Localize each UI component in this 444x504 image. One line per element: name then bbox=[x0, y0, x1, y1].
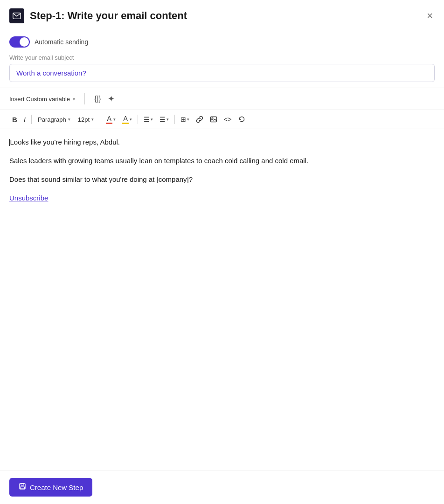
magic-wand-button[interactable]: ✦ bbox=[105, 92, 118, 106]
email-icon bbox=[9, 8, 24, 23]
chevron-down-icon: ▾ bbox=[130, 117, 132, 122]
editor-area[interactable]: Looks like you're hiring reps, Abdul. Sa… bbox=[0, 129, 444, 409]
undo-button[interactable] bbox=[235, 114, 248, 125]
page-header: Step-1: Write your email content × bbox=[0, 0, 444, 30]
chevron-down-icon: ▾ bbox=[187, 117, 189, 122]
toolbar-divider-3 bbox=[138, 115, 138, 124]
highlight-color-button[interactable]: A ▾ bbox=[119, 113, 135, 126]
chevron-down-icon: ▾ bbox=[68, 117, 70, 122]
paragraph-style-label: Paragraph bbox=[38, 116, 66, 123]
link-icon bbox=[196, 116, 203, 123]
text-cursor bbox=[9, 139, 10, 146]
font-color-indicator: A bbox=[106, 115, 112, 124]
editor-paragraph-1: Looks like you're hiring reps, Abdul. bbox=[9, 137, 435, 148]
unsubscribe-link[interactable]: Unsubscribe bbox=[9, 194, 48, 202]
bottom-bar: Create New Step bbox=[0, 470, 444, 504]
chevron-down-icon: ▾ bbox=[113, 117, 116, 122]
highlight-color-indicator: A bbox=[122, 115, 129, 124]
create-new-step-label: Create New Step bbox=[30, 483, 83, 491]
save-icon bbox=[19, 483, 26, 492]
font-color-button[interactable]: A ▾ bbox=[103, 113, 118, 126]
color-bar bbox=[106, 123, 112, 124]
bullet-list-button[interactable]: ☰ ▾ bbox=[141, 114, 156, 125]
toggle-row: Automatic sending bbox=[0, 30, 444, 54]
braces-button[interactable]: {|} bbox=[90, 93, 105, 105]
svg-point-2 bbox=[212, 117, 213, 119]
paragraph-style-select[interactable]: Paragraph ▾ bbox=[35, 114, 74, 125]
toolbar-divider-2 bbox=[100, 115, 100, 124]
link-button[interactable] bbox=[193, 114, 206, 125]
toolbar-divider bbox=[84, 93, 85, 104]
format-toolbar: B I Paragraph ▾ 12pt ▾ A ▾ A ▾ ☰ ▾ ☰ ▾ bbox=[0, 110, 444, 129]
chevron-down-icon: ▾ bbox=[151, 117, 153, 122]
svg-rect-4 bbox=[21, 483, 24, 485]
svg-rect-0 bbox=[13, 13, 21, 19]
subject-label: Write your email subject bbox=[9, 54, 435, 61]
code-icon: <> bbox=[224, 116, 231, 123]
highlight-bar bbox=[122, 123, 129, 124]
undo-icon bbox=[238, 116, 245, 123]
bold-button[interactable]: B bbox=[9, 114, 20, 125]
subject-input[interactable] bbox=[9, 64, 435, 82]
image-icon bbox=[210, 116, 217, 123]
create-new-step-button[interactable]: Create New Step bbox=[9, 478, 92, 497]
editor-paragraph-3: Does that sound similar to what you're d… bbox=[9, 174, 435, 185]
custom-var-toolbar: Insert Custom variable ▾ {|} ✦ bbox=[0, 88, 444, 110]
subject-section: Write your email subject bbox=[0, 54, 444, 88]
magic-wand-icon: ✦ bbox=[108, 94, 115, 104]
table-icon: ⊞ bbox=[180, 116, 186, 123]
toolbar-divider-4 bbox=[174, 115, 175, 124]
code-button[interactable]: <> bbox=[221, 114, 234, 125]
font-size-label: 12pt bbox=[78, 116, 90, 123]
header-left: Step-1: Write your email content bbox=[9, 8, 187, 23]
ordered-list-icon: ☰ bbox=[160, 116, 166, 123]
font-color-label: A bbox=[107, 115, 111, 122]
insert-custom-variable-button[interactable]: Insert Custom variable ▾ bbox=[9, 94, 79, 104]
table-button[interactable]: ⊞ ▾ bbox=[178, 114, 192, 125]
page-title: Step-1: Write your email content bbox=[30, 10, 187, 22]
toggle-label: Automatic sending bbox=[35, 38, 88, 46]
toolbar-divider-1 bbox=[31, 115, 32, 124]
svg-rect-1 bbox=[211, 117, 217, 122]
svg-rect-5 bbox=[21, 487, 25, 489]
font-size-select[interactable]: 12pt ▾ bbox=[75, 114, 97, 125]
editor-paragraph-4: Unsubscribe bbox=[9, 193, 435, 204]
chevron-down-icon: ▾ bbox=[73, 97, 75, 102]
ordered-list-button[interactable]: ☰ ▾ bbox=[157, 114, 172, 125]
chevron-down-icon: ▾ bbox=[166, 117, 169, 122]
automatic-sending-toggle[interactable] bbox=[9, 36, 30, 48]
close-button[interactable]: × bbox=[425, 9, 435, 23]
italic-button[interactable]: I bbox=[21, 114, 28, 125]
insert-custom-variable-label: Insert Custom variable bbox=[9, 96, 70, 103]
bullet-list-icon: ☰ bbox=[144, 116, 150, 123]
image-button[interactable] bbox=[207, 114, 220, 125]
highlight-label: A bbox=[123, 115, 127, 122]
editor-paragraph-2: Sales leaders with growing teams usually… bbox=[9, 155, 435, 166]
chevron-down-icon: ▾ bbox=[91, 117, 94, 122]
